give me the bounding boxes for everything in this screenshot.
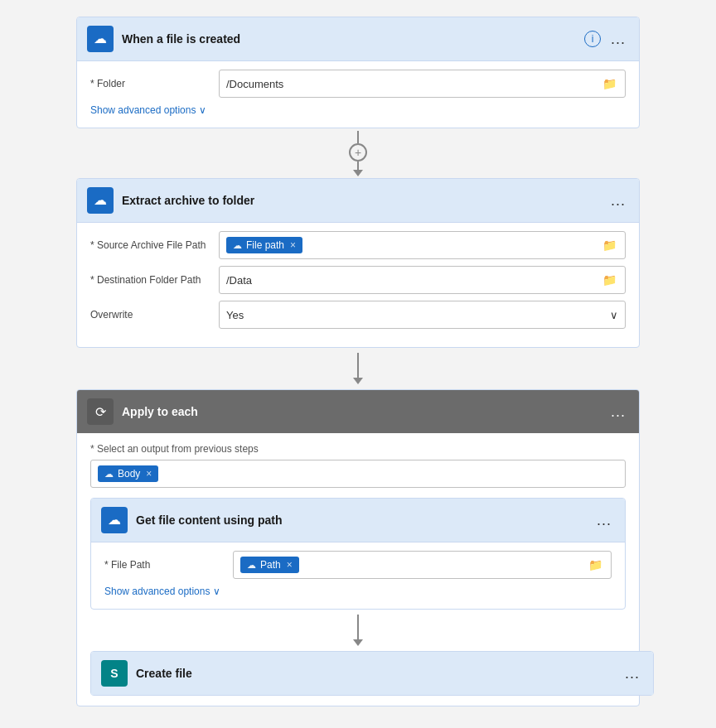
body-tag-cloud-icon: ☁ [104, 469, 114, 480]
connector-2 [353, 348, 363, 389]
overwrite-select[interactable]: Yes ∨ [219, 301, 626, 329]
extract-icon: ☁ [87, 187, 114, 214]
get-file-chevron-down-icon: ∨ [213, 586, 220, 597]
source-browse-icon[interactable]: 📁 [601, 239, 618, 252]
path-tag: ☁ Path × [240, 557, 299, 573]
trigger-header: ☁ When a file is created i ... [77, 17, 639, 61]
path-tag-label: Path [260, 559, 281, 571]
select-output-label: * Select an output from previous steps [90, 443, 626, 455]
connector-line-2 [357, 353, 359, 378]
file-path-tag-label: File path [246, 239, 284, 251]
trigger-body: * Folder /Documents 📁 Show advanced opti… [77, 61, 639, 128]
create-actions: ... [622, 663, 643, 684]
trigger-info-button[interactable]: i [584, 31, 601, 47]
extract-title: Extract archive to folder [122, 194, 599, 207]
cloud-icon-2: ☁ [94, 194, 107, 207]
extract-more-button[interactable]: ... [607, 190, 629, 211]
path-tag-cloud-icon: ☁ [247, 560, 256, 571]
create-header: S Create file ... [91, 652, 653, 695]
extract-header: ☁ Extract archive to folder ... [77, 179, 639, 223]
get-file-icon: ☁ [101, 507, 128, 533]
chevron-down-icon: ∨ [199, 104, 206, 116]
destination-label: * Destination Folder Path [90, 274, 210, 286]
apply-title: Apply to each [122, 405, 599, 418]
extract-body: * Source Archive File Path ☁ File path ×… [77, 223, 639, 347]
connector-plus: + [349, 128, 367, 178]
body-tag-close[interactable]: × [146, 468, 152, 480]
source-input[interactable]: ☁ File path × 📁 [219, 231, 626, 259]
apply-more-button[interactable]: ... [607, 402, 629, 422]
source-field-row: * Source Archive File Path ☁ File path ×… [90, 231, 626, 259]
get-file-show-advanced-button[interactable]: Show advanced options ∨ [104, 586, 220, 597]
create-card: S Create file ... [90, 651, 654, 696]
body-tag: ☁ Body × [98, 465, 158, 482]
folder-input[interactable]: /Documents 📁 [219, 70, 626, 98]
overwrite-chevron-icon: ∨ [610, 309, 618, 321]
connector-arrow-2 [353, 378, 363, 384]
inner-connector-arrow [353, 639, 363, 646]
cloud-icon-3: ☁ [108, 513, 121, 527]
tag-cloud-icon: ☁ [233, 240, 242, 251]
connector-arrow-1 [353, 170, 363, 176]
apply-card: ⟳ Apply to each ... * Select an output f… [76, 389, 640, 706]
get-file-header: ☁ Get file content using path ... [91, 499, 625, 542]
show-advanced-button[interactable]: Show advanced options ∨ [90, 104, 206, 116]
source-label: * Source Archive File Path [90, 239, 210, 251]
body-tag-label: Body [118, 468, 140, 480]
get-file-title: Get file content using path [136, 513, 585, 527]
extract-card: ☁ Extract archive to folder ... * Source… [76, 178, 640, 348]
select-output-input[interactable]: ☁ Body × [90, 460, 626, 488]
get-file-card: ☁ Get file content using path ... * File… [90, 498, 626, 610]
file-path-browse-icon[interactable]: 📁 [587, 558, 604, 571]
apply-actions: ... [607, 402, 629, 422]
cloud-icon: ☁ [94, 32, 107, 46]
destination-value: /Data [226, 274, 252, 287]
apply-icon: ⟳ [87, 398, 114, 425]
file-path-tag-close[interactable]: × [290, 239, 296, 251]
loop-icon: ⟳ [95, 404, 106, 420]
add-step-button[interactable]: + [349, 143, 367, 162]
folder-field-row: * Folder /Documents 📁 [90, 70, 626, 98]
trigger-card: ☁ When a file is created i ... * Folder … [76, 17, 640, 128]
inner-connector-line [357, 615, 359, 639]
destination-input[interactable]: /Data 📁 [219, 266, 626, 294]
path-tag-close[interactable]: × [287, 559, 293, 571]
trigger-more-button[interactable]: ... [607, 29, 629, 50]
get-file-body: * File Path ☁ Path × 📁 Show advanced opt… [91, 542, 625, 609]
apply-body: * Select an output from previous steps ☁… [77, 433, 639, 706]
connector-line-mid [357, 162, 359, 170]
trigger-actions: i ... [584, 29, 629, 50]
overwrite-label: Overwrite [90, 309, 210, 321]
file-path-input[interactable]: ☁ Path × 📁 [233, 551, 612, 579]
get-file-actions: ... [593, 510, 615, 531]
folder-browse-icon[interactable]: 📁 [601, 77, 618, 90]
create-more-button[interactable]: ... [622, 663, 643, 684]
folder-value: /Documents [226, 78, 283, 90]
extract-actions: ... [607, 190, 629, 211]
overwrite-value: Yes [226, 309, 244, 321]
create-title: Create file [136, 667, 613, 680]
destination-browse-icon[interactable]: 📁 [601, 273, 618, 287]
get-file-more-button[interactable]: ... [593, 510, 615, 531]
inner-connector [90, 610, 626, 651]
apply-header: ⟳ Apply to each ... [77, 390, 639, 433]
overwrite-field-row: Overwrite Yes ∨ [90, 301, 626, 329]
trigger-title: When a file is created [122, 32, 576, 46]
file-path-label: * File Path [104, 559, 225, 571]
destination-field-row: * Destination Folder Path /Data 📁 [90, 266, 626, 294]
file-path-tag: ☁ File path × [226, 237, 302, 253]
trigger-icon: ☁ [87, 26, 114, 52]
file-path-field-row: * File Path ☁ Path × 📁 [104, 551, 612, 579]
connector-line-top [357, 131, 359, 143]
sharepoint-icon: S [101, 660, 128, 687]
folder-label: * Folder [90, 78, 210, 89]
